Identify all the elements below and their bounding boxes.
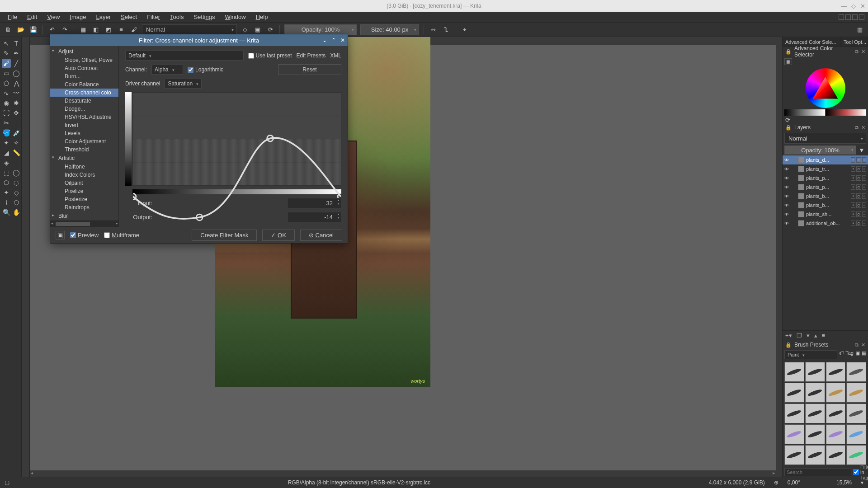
menu-view[interactable]: View <box>43 13 64 21</box>
transform-tool-icon[interactable]: ⛶ <box>2 108 11 117</box>
brush-preset[interactable] <box>846 362 866 382</box>
workspace-icon[interactable] <box>839 14 844 20</box>
filter-tree[interactable]: AdjustSlope, Offset, PoweAuto ContrastBu… <box>50 46 119 221</box>
select-rect-icon[interactable] <box>12 158 21 167</box>
lock-icon[interactable]: 🔒 <box>785 342 792 348</box>
filter-item[interactable]: Oilpaint <box>50 179 118 187</box>
mirror-h-icon[interactable]: ⇿ <box>429 25 438 34</box>
layer-row[interactable]: 👁plants_p...•α▫ <box>783 183 868 192</box>
layer-row[interactable]: 👁plants_p...•α▫ <box>783 174 868 183</box>
filter-category[interactable]: Adjust <box>50 47 118 56</box>
tag-icon[interactable]: 🏷 Tag <box>839 350 854 359</box>
brush-preset[interactable] <box>826 445 846 465</box>
brush-preset[interactable] <box>826 404 846 423</box>
brush-preset[interactable] <box>805 383 825 403</box>
close-panel-icon[interactable]: ✕ <box>861 49 865 55</box>
close-panel-icon[interactable]: ✕ <box>861 125 865 131</box>
move-tool-icon[interactable]: ↖ <box>2 39 11 48</box>
size-slider[interactable]: Size: 40,00 px <box>360 24 419 35</box>
menu-tools[interactable]: Tools <box>166 13 188 21</box>
options-icon[interactable]: ▦ <box>784 58 792 65</box>
visibility-icon[interactable]: 👁 <box>784 185 790 190</box>
brush-preset[interactable] <box>805 445 825 465</box>
float-panel-icon[interactable]: ⧉ <box>855 342 859 348</box>
menu-select[interactable]: Select <box>117 13 141 21</box>
alpha-lock-icon[interactable]: ▣ <box>253 25 262 34</box>
brush-preset[interactable] <box>805 362 825 382</box>
visibility-icon[interactable]: 👁 <box>784 212 790 217</box>
color-picker-icon[interactable]: 💉 <box>12 128 21 137</box>
line-tool-icon[interactable]: ╱ <box>12 59 21 68</box>
brush-preset[interactable] <box>846 404 866 423</box>
filter-item[interactable]: Color Adjustment <box>50 137 118 145</box>
brush-preset[interactable] <box>805 404 825 423</box>
layer-blend-select[interactable]: Normal <box>784 133 866 144</box>
close-panel-icon[interactable]: ✕ <box>861 342 865 348</box>
pattern-edit-icon[interactable]: ✦ <box>2 138 11 147</box>
minimize-icon[interactable]: — <box>841 3 847 9</box>
polygon-tool-icon[interactable]: ⬠ <box>2 79 11 88</box>
smart-fill-icon[interactable]: ✧ <box>12 138 21 147</box>
canvas-scrollbar-horizontal[interactable] <box>30 470 776 477</box>
menu-help[interactable]: Help <box>252 13 272 21</box>
brush-search-input[interactable] <box>784 468 851 476</box>
assistant-tool-icon[interactable]: ◢ <box>2 148 11 157</box>
calligraphy-icon[interactable]: ✒ <box>12 49 21 58</box>
menu-filter[interactable]: Filter <box>143 13 164 21</box>
brush-preset[interactable] <box>846 424 866 444</box>
dialog-titlebar[interactable]: Filter: Cross-channel color adjustment —… <box>50 34 348 46</box>
open-file-icon[interactable]: 📂 <box>16 25 25 34</box>
brush-preset[interactable] <box>846 445 866 465</box>
visibility-icon[interactable]: 👁 <box>784 176 790 181</box>
filter-item[interactable]: Index Colors <box>50 171 118 179</box>
filter-item[interactable]: Slope, Offset, Powe <box>50 56 118 64</box>
workspace-icon[interactable] <box>845 14 851 20</box>
collapse-icon[interactable]: ⌄ <box>322 37 327 43</box>
polyline-tool-icon[interactable]: ⋀ <box>12 79 21 88</box>
brush-preset[interactable] <box>826 424 846 444</box>
selection-indicator-icon[interactable]: ▢ <box>5 479 9 486</box>
menu-window[interactable]: Window <box>221 13 250 21</box>
bezier-tool-icon[interactable]: ∿ <box>2 89 11 98</box>
select-contig-icon[interactable]: ✦ <box>2 188 11 197</box>
menu-image[interactable]: Image <box>66 13 90 21</box>
layer-row[interactable]: 👁additional_ob...•α▫ <box>783 219 868 228</box>
preset-select[interactable]: Default <box>125 51 244 61</box>
filter-item[interactable]: Posterize <box>50 195 118 203</box>
brush-preset[interactable] <box>784 445 804 465</box>
brush-preset[interactable] <box>784 383 804 403</box>
layer-row[interactable]: 👁plants_sh...•α▫ <box>783 210 868 219</box>
gradient-tool-icon[interactable]: 🪣 <box>2 128 11 137</box>
storage-icon[interactable]: ▣ <box>855 350 860 359</box>
expand-icon[interactable]: ⌃ <box>331 37 336 43</box>
thumbnail-toggle-icon[interactable]: ▣ <box>56 231 65 239</box>
layer-opacity-slider[interactable]: Opacity: 100% <box>784 145 856 155</box>
layer-row[interactable]: 👁plants_b...•α▫ <box>783 201 868 210</box>
filter-item[interactable]: Color Balance <box>50 80 118 89</box>
select-ellipse-icon[interactable]: ◯ <box>12 168 21 177</box>
input-value-field[interactable]: 32 <box>287 198 341 208</box>
reset-button[interactable]: Reset <box>278 64 341 75</box>
menu-edit[interactable]: Edit <box>23 13 41 21</box>
filter-item[interactable]: Pixelize <box>50 187 118 195</box>
filter-item[interactable]: Burn... <box>50 72 118 80</box>
filter-item[interactable]: Raindrops <box>50 203 118 211</box>
workspace-chooser-icon[interactable]: ▥ <box>855 25 864 34</box>
preview-checkbox[interactable]: Preview <box>70 232 99 239</box>
workspace-icon[interactable] <box>859 14 864 20</box>
filter-in-tag-checkbox[interactable]: Filter in Tag <box>853 464 868 480</box>
save-file-icon[interactable]: 💾 <box>29 25 38 34</box>
channel-select[interactable]: Alpha <box>151 65 183 75</box>
menu-settings[interactable]: Settings <box>189 13 219 21</box>
visibility-icon[interactable]: 👁 <box>784 194 790 199</box>
brush-category-select[interactable]: Paint <box>784 350 837 359</box>
filter-item[interactable]: Auto Contrast <box>50 64 118 72</box>
brush-preset[interactable] <box>826 383 846 403</box>
filter-category[interactable]: Blur <box>50 211 118 221</box>
text-tool-icon[interactable]: T <box>12 39 21 48</box>
zoom-label[interactable]: 15,5% <box>836 479 852 486</box>
filter-item[interactable]: Invert <box>50 121 118 129</box>
eraser-icon[interactable]: ◇ <box>241 25 250 34</box>
redo-icon[interactable]: ↷ <box>60 25 69 34</box>
select-free-icon[interactable]: ◌ <box>12 178 21 187</box>
